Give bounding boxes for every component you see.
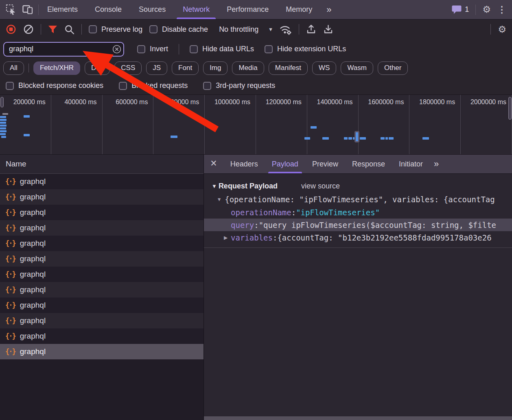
devtools-tab[interactable]: Elements <box>39 0 86 19</box>
payload-key: query <box>231 221 254 230</box>
preserve-log-label: Preserve log <box>101 25 142 34</box>
type-chip[interactable]: Wasm <box>341 61 373 75</box>
payload-tree-row[interactable]: ▶ variables : {accountTag: "b12e3b2192ee… <box>204 231 512 244</box>
request-row[interactable]: {·} graphql <box>0 251 203 267</box>
request-row[interactable]: {·} graphql <box>0 282 203 298</box>
request-name: graphql <box>20 192 46 201</box>
checkbox-icon <box>203 82 211 90</box>
request-row[interactable]: {·} graphql <box>0 205 203 220</box>
kebab-menu-icon[interactable]: ⋮ <box>497 4 506 15</box>
network-toolbar: Preserve log Disable cache No throttling… <box>0 20 512 39</box>
type-chip-all[interactable]: All <box>3 61 24 75</box>
network-conditions-icon[interactable] <box>279 24 292 35</box>
waterfall-bar <box>344 137 348 140</box>
divider <box>475 4 476 15</box>
type-chip[interactable]: WS <box>312 61 336 75</box>
section-title: Request Payload <box>219 182 278 190</box>
hide-data-urls-checkbox[interactable]: Hide data URLs <box>190 45 254 53</box>
settings-gear-icon[interactable]: ⚙ <box>482 5 491 14</box>
collapse-caret-icon[interactable]: ▼ <box>212 183 217 189</box>
devtools-tab[interactable]: Network <box>174 0 218 19</box>
request-name: graphql <box>20 177 46 186</box>
waterfall-bar <box>2 113 8 115</box>
request-row[interactable]: {·} graphql <box>0 313 203 328</box>
filter-funnel-icon[interactable] <box>48 25 57 34</box>
details-tab[interactable]: Payload <box>265 155 305 173</box>
type-chip[interactable]: Fetch/XHR <box>33 61 80 75</box>
devtools-tab[interactable]: Console <box>86 0 130 19</box>
request-row[interactable]: {·} graphql <box>0 174 203 189</box>
waterfall-bar <box>422 137 429 140</box>
hide-extension-urls-checkbox[interactable]: Hide extension URLs <box>265 45 346 53</box>
filter-input[interactable] <box>3 42 124 57</box>
timeline-tick-label: 1200000 ms <box>256 95 307 154</box>
preserve-log-checkbox[interactable]: Preserve log <box>89 25 142 34</box>
record-network-log-button[interactable] <box>6 24 16 35</box>
waterfall-bar <box>0 119 7 121</box>
network-overview-timeline[interactable]: 200000 ms400000 ms600000 ms800000 ms1000… <box>0 94 512 155</box>
hide-extension-urls-label: Hide extension URLs <box>277 45 346 53</box>
export-har-icon[interactable] <box>323 24 333 35</box>
details-tabs: HeadersPayloadPreviewResponseInitiator <box>223 155 430 173</box>
close-details-icon[interactable]: × <box>204 157 223 171</box>
network-settings-gear-icon[interactable]: ⚙ <box>498 25 506 34</box>
more-tabs-chevron-icon[interactable]: » <box>321 4 336 15</box>
details-tab[interactable]: Headers <box>223 155 265 173</box>
device-toolbar-icon[interactable] <box>22 4 33 15</box>
request-name: graphql <box>20 332 46 341</box>
more-details-tabs-chevron-icon[interactable]: » <box>430 159 442 169</box>
overview-left-grip[interactable] <box>0 97 4 107</box>
horizontal-scrollbar[interactable] <box>204 416 512 420</box>
request-row[interactable]: {·} graphql <box>0 189 203 205</box>
request-row[interactable]: {·} graphql <box>0 328 203 344</box>
request-row[interactable]: {·} graphql <box>0 344 203 359</box>
xhr-braces-icon: {·} <box>5 270 15 278</box>
type-chip[interactable]: JS <box>146 61 167 75</box>
name-column-header[interactable]: Name <box>0 155 203 174</box>
more-filter-checkbox[interactable]: 3rd-party requests <box>203 81 275 90</box>
type-chip[interactable]: Other <box>378 61 408 75</box>
type-chip[interactable]: Font <box>172 61 199 75</box>
search-icon[interactable] <box>64 24 74 35</box>
type-chip[interactable]: Manifest <box>269 61 308 75</box>
timeline-tick-label: 1600000 ms <box>359 95 410 154</box>
hide-data-urls-label: Hide data URLs <box>202 45 254 53</box>
devtools-tab[interactable]: Memory <box>277 0 321 19</box>
overview-right-grip[interactable] <box>508 97 512 120</box>
disable-cache-checkbox[interactable]: Disable cache <box>149 25 208 34</box>
details-tab[interactable]: Preview <box>305 155 345 173</box>
clear-filter-icon[interactable] <box>112 45 121 54</box>
clear-network-log-button[interactable] <box>23 24 34 35</box>
type-chip[interactable]: CSS <box>114 61 142 75</box>
xhr-braces-icon: {·} <box>5 317 15 325</box>
more-filter-checkbox[interactable]: Blocked response cookies <box>6 81 103 90</box>
payload-tree-row[interactable]: operationName : "ipFlowTimeseries" <box>204 206 512 219</box>
request-row[interactable]: {·} graphql <box>0 267 203 282</box>
devtools-tab[interactable]: Sources <box>130 0 174 19</box>
payload-preview-line[interactable]: ▼ {operationName: "ipFlowTimeseries", va… <box>204 193 512 206</box>
request-row[interactable]: {·} graphql <box>0 236 203 251</box>
invert-checkbox[interactable]: Invert <box>137 45 168 53</box>
divider <box>299 24 299 35</box>
view-source-link[interactable]: view source <box>301 182 340 190</box>
more-filter-checkbox[interactable]: Blocked requests <box>119 81 188 90</box>
divider <box>179 44 179 55</box>
throttling-dropdown[interactable]: No throttling ▾ <box>219 25 272 34</box>
request-row[interactable]: {·} graphql <box>0 298 203 313</box>
request-payload-section: ▼ Request Payload view source <box>204 179 512 193</box>
inspect-element-icon[interactable] <box>6 4 17 15</box>
type-chip[interactable]: Doc <box>85 61 110 75</box>
console-messages-badge[interactable]: 1 <box>452 5 469 14</box>
devtools-tab[interactable]: Performance <box>218 0 277 19</box>
type-chip[interactable]: Img <box>203 61 228 75</box>
payload-panel: ▼ Request Payload view source ▼ {operati… <box>204 174 512 248</box>
payload-tree-row[interactable]: query : "query ipFlowTimeseries($account… <box>204 219 512 231</box>
requests-pane: Name {·} graphql {·} graphql {·} graphql <box>0 155 204 420</box>
type-chip[interactable]: Media <box>232 61 264 75</box>
request-row[interactable]: {·} graphql <box>0 220 203 236</box>
xhr-braces-icon: {·} <box>5 255 15 263</box>
details-tab[interactable]: Initiator <box>392 155 430 173</box>
import-har-icon[interactable] <box>306 24 316 35</box>
devtools-tabs: ElementsConsoleSourcesNetworkPerformance… <box>39 0 321 19</box>
details-tab[interactable]: Response <box>345 155 392 173</box>
